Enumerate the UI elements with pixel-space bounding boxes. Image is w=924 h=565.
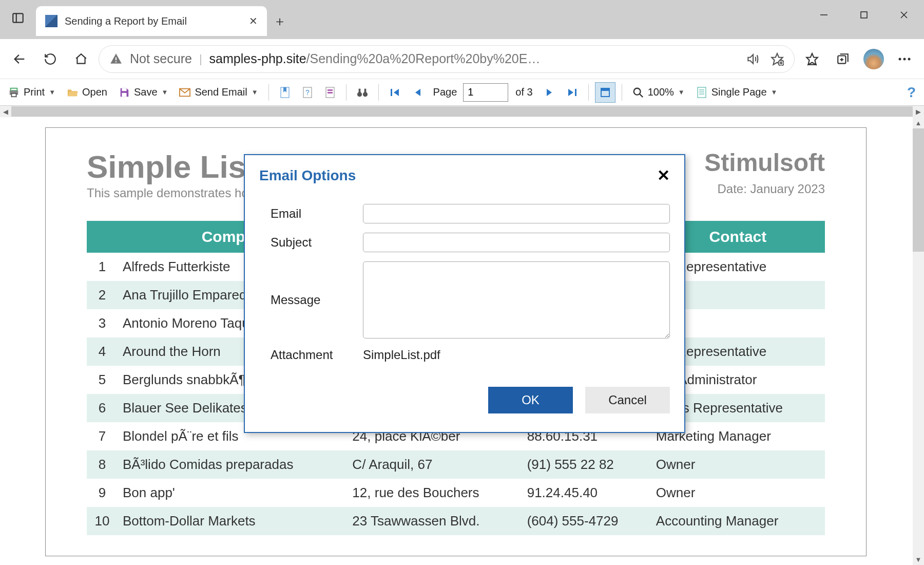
tab-close-button[interactable]: ✕	[249, 15, 258, 27]
svg-line-42	[639, 93, 642, 97]
ok-button[interactable]: OK	[488, 387, 573, 413]
bookmarks-button[interactable]	[275, 82, 295, 103]
svg-rect-23	[11, 93, 16, 96]
table-cell: 9	[87, 479, 118, 507]
scroll-track[interactable]	[11, 106, 913, 117]
bookmark-icon	[279, 87, 291, 98]
svg-rect-25	[122, 92, 126, 96]
svg-text:?: ?	[305, 88, 310, 97]
help-button[interactable]: ?	[903, 82, 920, 103]
table-cell: Bottom-Dollar Markets	[118, 507, 347, 535]
refresh-button[interactable]	[37, 46, 64, 72]
table-cell: 23 Tsawwassen Blvd.	[347, 507, 522, 535]
table-cell: 7	[87, 422, 118, 450]
read-aloud-icon[interactable]	[746, 52, 759, 66]
svg-rect-38	[575, 89, 576, 96]
url-text: samples-php.site/Sending%20a%20Report%20…	[209, 51, 541, 66]
send-email-button[interactable]: Send Email▼	[175, 82, 262, 103]
window-maximize-button[interactable]	[844, 0, 884, 30]
binoculars-icon	[357, 87, 368, 98]
table-row: 9Bon app'12, rue des Bouchers91.24.45.40…	[87, 479, 825, 507]
svg-rect-36	[364, 88, 366, 92]
print-button[interactable]: Print▼	[4, 82, 60, 103]
full-screen-button[interactable]	[595, 82, 615, 103]
scroll-left-arrow[interactable]: ◀	[0, 106, 11, 117]
scroll-up-arrow[interactable]: ▲	[913, 117, 924, 128]
dialog-title: Email Options	[259, 167, 356, 184]
table-cell: 12, rue des Bouchers	[347, 479, 522, 507]
scroll-thumb[interactable]	[913, 128, 924, 252]
dialog-close-button[interactable]: ✕	[657, 166, 670, 184]
svg-rect-37	[391, 89, 392, 96]
first-page-button[interactable]	[385, 82, 405, 103]
chevron-down-icon: ▼	[771, 88, 778, 96]
toolbar-separator	[622, 84, 622, 101]
open-button[interactable]: Open	[63, 82, 111, 103]
profile-button[interactable]	[860, 46, 887, 72]
not-secure-label: Not secure	[130, 51, 192, 66]
svg-rect-21	[11, 88, 17, 90]
email-input[interactable]	[363, 204, 670, 223]
toolbar-separator	[268, 84, 269, 101]
table-cell: 2	[87, 281, 118, 309]
resources-icon	[324, 87, 336, 98]
scroll-down-arrow[interactable]: ▼	[913, 554, 924, 565]
new-tab-button[interactable]: ＋	[267, 6, 293, 36]
favorite-add-icon[interactable]	[771, 52, 784, 66]
browser-tab-active[interactable]: Sending a Report by Email ✕	[36, 6, 267, 36]
svg-rect-3	[861, 12, 867, 18]
next-page-button[interactable]	[540, 82, 560, 103]
help-icon: ?	[907, 84, 916, 101]
toolbar-separator	[378, 84, 379, 101]
svg-rect-24	[122, 88, 126, 91]
zoom-button[interactable]: 100%▼	[628, 82, 689, 103]
page-number-input[interactable]	[463, 83, 508, 102]
find-button[interactable]	[353, 82, 372, 103]
scroll-right-arrow[interactable]: ▶	[913, 106, 924, 117]
view-mode-button[interactable]: Single Page▼	[692, 82, 782, 103]
page-total: of 3	[515, 86, 532, 98]
svg-marker-13	[806, 53, 818, 65]
cancel-button[interactable]: Cancel	[585, 387, 670, 413]
last-page-button[interactable]	[563, 82, 582, 103]
svg-point-33	[357, 92, 361, 97]
report-title: Simple List	[87, 148, 257, 185]
svg-rect-0	[13, 13, 23, 22]
table-cell: 1	[87, 253, 118, 281]
table-cell: Owner	[651, 479, 825, 507]
report-subtitle: This sample demonstrates ho	[87, 186, 257, 200]
url-separator: |	[199, 52, 202, 66]
chevron-down-icon: ▼	[678, 88, 685, 96]
parameters-button[interactable]: ?	[298, 82, 317, 103]
back-button[interactable]	[6, 46, 33, 72]
attachment-value: SimpleList.pdf	[363, 348, 440, 362]
subject-input[interactable]	[363, 233, 670, 252]
svg-point-20	[908, 58, 911, 60]
address-bar[interactable]: Not secure | samples-php.site/Sending%20…	[99, 45, 795, 73]
single-page-icon	[696, 87, 707, 98]
svg-rect-40	[601, 88, 609, 91]
tab-actions-button[interactable]	[0, 0, 36, 36]
page-label: Page	[433, 86, 457, 98]
window-titlebar: Sending a Report by Email ✕ ＋	[0, 0, 924, 39]
email-label: Email	[271, 206, 363, 221]
resources-button[interactable]	[320, 82, 340, 103]
svg-point-19	[903, 58, 906, 60]
svg-rect-43	[698, 87, 706, 98]
vertical-scrollbar[interactable]: ▲ ▼	[913, 117, 924, 565]
window-minimize-button[interactable]	[804, 0, 844, 30]
home-button[interactable]	[68, 46, 94, 72]
collections-button[interactable]	[830, 46, 856, 72]
message-textarea[interactable]	[363, 261, 670, 338]
prev-page-button[interactable]	[408, 82, 427, 103]
favorites-button[interactable]	[799, 46, 825, 72]
window-close-button[interactable]	[884, 0, 924, 30]
report-toolbar: Print▼ Open Save▼ Send Email▼ ? Page of …	[0, 79, 924, 106]
svg-point-41	[633, 88, 640, 95]
toolbar-separator	[346, 84, 346, 101]
report-brand: Stimulsoft	[704, 148, 825, 177]
svg-rect-7	[116, 57, 117, 60]
horizontal-scrollbar[interactable]: ◀ ▶	[0, 106, 924, 117]
menu-button[interactable]	[891, 46, 918, 72]
save-button[interactable]: Save▼	[114, 82, 172, 103]
